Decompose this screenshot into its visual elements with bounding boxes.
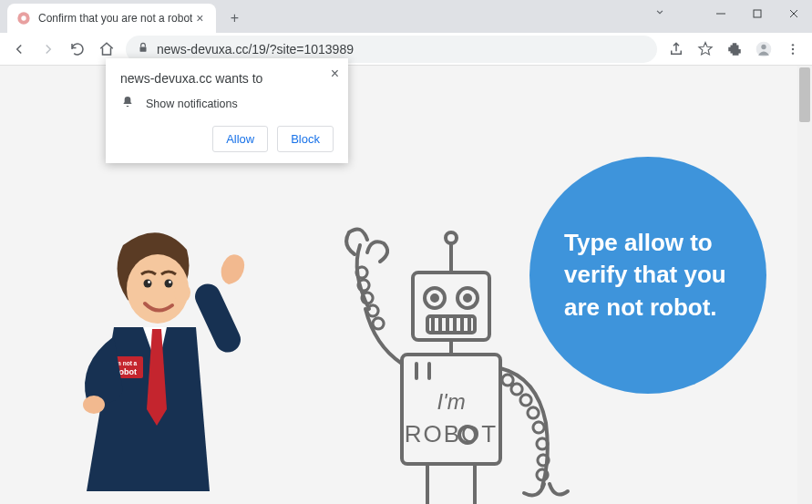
tab-close-icon[interactable]: × [192,11,207,26]
window-close-button[interactable] [776,0,812,27]
instruction-text: Type allow to verify that you are not ro… [564,227,732,323]
reload-button[interactable] [64,36,91,63]
svg-point-20 [83,396,105,414]
svg-rect-12 [190,280,244,356]
svg-point-15 [144,280,152,288]
bell-icon [120,95,135,113]
svg-point-8 [761,44,766,48]
menu-button[interactable] [779,36,807,63]
svg-point-27 [465,295,470,301]
tab-favicon [16,11,31,26]
extensions-button[interactable] [721,36,748,63]
forward-button[interactable] [35,36,62,63]
robot-text-line2: ROBOT [405,420,498,447]
back-button[interactable] [5,36,33,63]
profile-button[interactable] [750,36,777,63]
browser-tab[interactable]: Confirm that you are not a robot × [7,4,216,33]
tab-title: Confirm that you are not a robot [38,12,192,25]
window-controls [703,0,812,27]
svg-point-1 [21,15,26,20]
robot-text-line1: I'm [437,389,465,414]
svg-point-22 [446,232,457,243]
popup-title: news-devuxa.cc wants to [120,71,334,86]
tab-search-chevron-icon[interactable] [653,5,666,22]
bookmark-button[interactable] [692,36,719,63]
scrollbar-track[interactable] [797,66,812,504]
scrollbar-thumb[interactable] [799,67,810,122]
robot-illustration: I'm ROBOT [314,218,588,504]
svg-rect-3 [754,10,761,17]
svg-point-10 [792,47,794,49]
new-tab-button[interactable]: + [221,5,247,31]
window-minimize-button[interactable] [703,0,739,27]
lock-icon [137,41,149,57]
window-maximize-button[interactable] [739,0,776,27]
popup-permission-text: Show notifications [146,98,238,110]
svg-rect-6 [140,46,147,51]
svg-point-11 [792,52,794,54]
svg-point-14 [174,283,190,303]
svg-point-16 [148,281,150,283]
man-illustration: I'm not a Robot [50,218,278,504]
share-button[interactable] [663,36,690,63]
popup-close-icon[interactable]: × [331,66,339,82]
allow-button[interactable]: Allow [212,126,268,152]
block-button[interactable]: Block [277,126,334,152]
url-text: news-devuxa.cc/19/?site=1013989 [157,42,354,57]
svg-point-17 [165,280,173,288]
browser-titlebar: Confirm that you are not a robot × + [0,0,812,33]
svg-rect-23 [413,273,489,340]
svg-point-26 [432,295,437,301]
notification-permission-popup: × news-devuxa.cc wants to Show notificat… [106,58,348,163]
svg-point-18 [169,281,171,283]
svg-point-9 [792,44,794,46]
